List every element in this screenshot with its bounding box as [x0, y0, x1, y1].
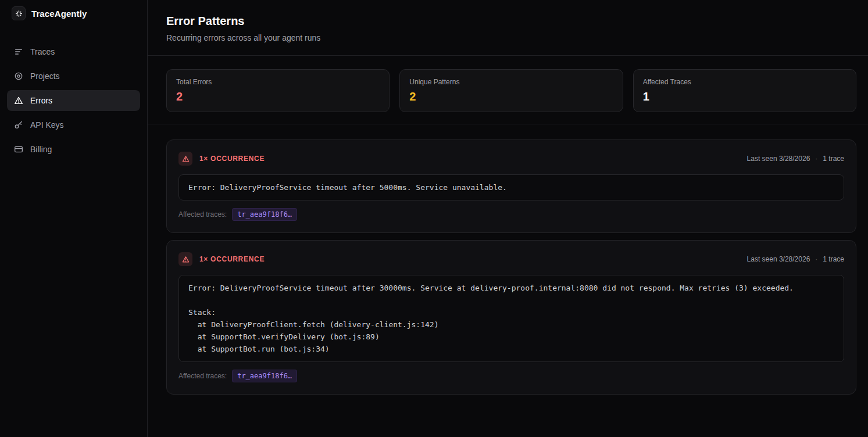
affected-traces-row: Affected traces: tr_aea9f18f6… — [178, 208, 844, 221]
api-keys-icon — [14, 120, 23, 130]
sidebar-item-label: Traces — [30, 47, 55, 56]
affected-traces-row: Affected traces: tr_aea9f18f6… — [178, 370, 844, 382]
trace-count: 1 trace — [823, 255, 844, 263]
pattern-card-header: 1× OCCURRENCE Last seen 3/28/2026 · 1 tr… — [178, 252, 844, 266]
stat-label: Total Errors — [176, 78, 380, 86]
sidebar: TraceAgently Traces Projects Errors — [0, 0, 148, 437]
error-pattern-list: 1× OCCURRENCE Last seen 3/28/2026 · 1 tr… — [148, 124, 868, 410]
brand-name: TraceAgently — [31, 9, 87, 19]
last-seen-text: Last seen 3/28/2026 — [747, 255, 810, 263]
trace-id-badge[interactable]: tr_aea9f18f6… — [232, 208, 297, 221]
billing-icon — [14, 145, 23, 154]
affected-traces-label: Affected traces: — [178, 210, 227, 218]
stat-card-total-errors: Total Errors 2 — [166, 69, 390, 112]
trace-count: 1 trace — [823, 155, 844, 163]
warning-icon — [178, 152, 192, 166]
sidebar-item-label: Billing — [30, 145, 52, 154]
error-pattern-card: 1× OCCURRENCE Last seen 3/28/2026 · 1 tr… — [166, 139, 856, 233]
meta-separator: · — [815, 255, 817, 263]
brand-logo-icon — [12, 6, 26, 20]
page-title: Error Patterns — [166, 13, 849, 28]
stat-value: 2 — [409, 89, 613, 103]
page-header: Error Patterns Recurring errors across a… — [148, 0, 868, 56]
stat-label: Unique Patterns — [409, 78, 613, 86]
app-root: TraceAgently Traces Projects Errors — [0, 0, 868, 437]
error-message: Error: DeliveryProofService timeout afte… — [178, 275, 844, 362]
sidebar-item-traces[interactable]: Traces — [7, 41, 140, 62]
sidebar-item-label: Errors — [30, 96, 52, 105]
stat-card-unique-patterns: Unique Patterns 2 — [399, 69, 623, 112]
pattern-meta: Last seen 3/28/2026 · 1 trace — [747, 155, 844, 163]
occurrence-count: 1× OCCURRENCE — [199, 255, 265, 263]
sidebar-nav: Traces Projects Errors API Keys — [0, 27, 147, 174]
errors-icon — [14, 96, 23, 105]
meta-separator: · — [815, 155, 817, 163]
stat-value: 2 — [176, 89, 380, 103]
last-seen-text: Last seen 3/28/2026 — [747, 155, 810, 163]
error-pattern-card: 1× OCCURRENCE Last seen 3/28/2026 · 1 tr… — [166, 240, 856, 395]
stat-card-affected-traces: Affected Traces 1 — [633, 69, 856, 112]
sidebar-item-label: Projects — [30, 71, 60, 81]
sidebar-item-errors[interactable]: Errors — [7, 90, 140, 111]
stat-value: 1 — [643, 89, 846, 103]
stat-label: Affected Traces — [643, 78, 846, 86]
sidebar-item-label: API Keys — [30, 120, 64, 130]
error-message: Error: DeliveryProofService timeout afte… — [178, 174, 844, 200]
warning-icon — [178, 252, 192, 266]
projects-icon — [14, 71, 23, 81]
sidebar-item-api-keys[interactable]: API Keys — [7, 114, 140, 135]
sidebar-item-projects[interactable]: Projects — [7, 66, 140, 87]
pattern-meta: Last seen 3/28/2026 · 1 trace — [747, 255, 844, 263]
trace-id-badge[interactable]: tr_aea9f18f6… — [232, 370, 297, 382]
brand: TraceAgently — [0, 0, 147, 27]
occurrence-count: 1× OCCURRENCE — [199, 155, 265, 163]
main-content: Error Patterns Recurring errors across a… — [148, 0, 868, 437]
sidebar-item-billing[interactable]: Billing — [7, 139, 140, 160]
affected-traces-label: Affected traces: — [178, 372, 227, 380]
page-subtitle: Recurring errors across all your agent r… — [166, 33, 849, 42]
stats-row: Total Errors 2 Unique Patterns 2 Affecte… — [148, 56, 868, 124]
pattern-card-header: 1× OCCURRENCE Last seen 3/28/2026 · 1 tr… — [178, 152, 844, 166]
traces-icon — [14, 47, 23, 56]
